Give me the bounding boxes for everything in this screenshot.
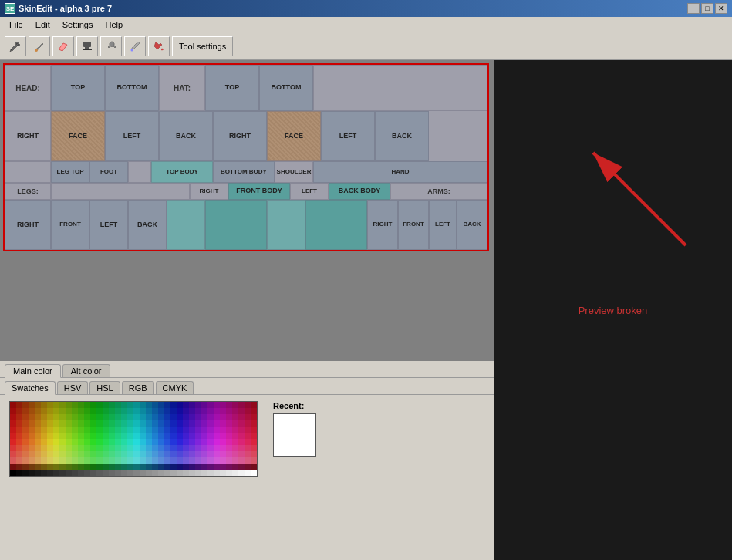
color-swatch[interactable] bbox=[183, 420, 189, 427]
color-swatch[interactable] bbox=[84, 408, 90, 414]
color-swatch[interactable] bbox=[103, 451, 109, 457]
color-swatch[interactable] bbox=[177, 445, 183, 451]
recent-swatch[interactable] bbox=[282, 440, 290, 447]
color-swatch[interactable] bbox=[90, 457, 96, 464]
color-swatch[interactable] bbox=[214, 402, 220, 408]
color-swatch[interactable] bbox=[109, 402, 115, 408]
color-swatch[interactable] bbox=[10, 457, 16, 464]
color-swatch[interactable] bbox=[127, 433, 133, 439]
color-swatch[interactable] bbox=[47, 427, 53, 433]
color-swatch[interactable] bbox=[16, 470, 22, 476]
color-swatch[interactable] bbox=[140, 414, 146, 420]
color-swatch[interactable] bbox=[164, 464, 170, 470]
color-swatch[interactable] bbox=[195, 470, 201, 476]
color-swatch[interactable] bbox=[109, 414, 115, 420]
color-swatch[interactable] bbox=[152, 451, 158, 457]
color-swatch[interactable] bbox=[207, 451, 214, 457]
maximize-button[interactable]: □ bbox=[701, 3, 713, 14]
color-swatch[interactable] bbox=[232, 402, 238, 408]
color-swatch[interactable] bbox=[158, 445, 164, 451]
legs-back-cell[interactable]: BACK bbox=[128, 200, 167, 250]
color-swatch[interactable] bbox=[232, 451, 238, 457]
color-swatch[interactable] bbox=[189, 439, 195, 445]
color-swatch[interactable] bbox=[53, 408, 59, 414]
color-swatch[interactable] bbox=[232, 427, 238, 433]
color-swatch[interactable] bbox=[66, 445, 72, 451]
color-swatch[interactable] bbox=[170, 470, 177, 476]
color-swatch[interactable] bbox=[53, 420, 59, 427]
main-color-tab[interactable]: Main color bbox=[5, 364, 61, 378]
color-swatch[interactable] bbox=[220, 451, 226, 457]
color-swatch[interactable] bbox=[146, 420, 152, 427]
color-swatch[interactable] bbox=[226, 464, 232, 470]
color-swatch[interactable] bbox=[133, 408, 140, 414]
color-swatch[interactable] bbox=[29, 427, 35, 433]
recent-swatch[interactable] bbox=[274, 448, 282, 456]
color-swatch[interactable] bbox=[22, 445, 29, 451]
color-swatch[interactable] bbox=[16, 439, 22, 445]
color-swatch[interactable] bbox=[226, 439, 232, 445]
color-swatch[interactable] bbox=[245, 445, 251, 451]
recent-swatch[interactable] bbox=[274, 431, 282, 439]
top-body-cell[interactable]: Top Body bbox=[151, 161, 213, 183]
color-swatch[interactable] bbox=[133, 464, 140, 470]
color-swatch[interactable] bbox=[84, 445, 90, 451]
color-swatch[interactable] bbox=[245, 433, 251, 439]
color-swatch[interactable] bbox=[90, 433, 96, 439]
color-swatch[interactable] bbox=[195, 457, 201, 464]
color-swatch[interactable] bbox=[47, 408, 53, 414]
foot-cell[interactable]: Foot bbox=[89, 161, 128, 183]
color-swatch[interactable] bbox=[220, 402, 226, 408]
color-swatch[interactable] bbox=[232, 457, 238, 464]
color-swatch[interactable] bbox=[96, 433, 103, 439]
head-left-cell[interactable]: LEFT bbox=[105, 111, 159, 161]
color-swatch[interactable] bbox=[238, 420, 245, 427]
color-swatch[interactable] bbox=[72, 445, 78, 451]
recent-swatch[interactable] bbox=[274, 423, 282, 430]
recent-swatch[interactable] bbox=[299, 440, 307, 447]
color-swatch[interactable] bbox=[207, 414, 214, 420]
color-swatch[interactable] bbox=[35, 464, 41, 470]
color-swatch[interactable] bbox=[103, 457, 109, 464]
color-swatch[interactable] bbox=[115, 464, 121, 470]
color-swatch[interactable] bbox=[84, 464, 90, 470]
color-swatch[interactable] bbox=[251, 451, 257, 457]
color-swatch[interactable] bbox=[164, 445, 170, 451]
color-swatch[interactable] bbox=[133, 402, 140, 408]
color-swatch[interactable] bbox=[177, 464, 183, 470]
color-swatch[interactable] bbox=[78, 433, 84, 439]
color-swatch[interactable] bbox=[170, 408, 177, 414]
color-swatch[interactable] bbox=[133, 439, 140, 445]
color-swatch[interactable] bbox=[146, 470, 152, 476]
color-swatch[interactable] bbox=[251, 439, 257, 445]
color-swatch[interactable] bbox=[66, 427, 72, 433]
color-swatch[interactable] bbox=[53, 451, 59, 457]
color-swatch[interactable] bbox=[59, 445, 66, 451]
color-swatch[interactable] bbox=[72, 433, 78, 439]
color-swatch[interactable] bbox=[158, 408, 164, 414]
color-swatch[interactable] bbox=[53, 445, 59, 451]
color-swatch[interactable] bbox=[195, 445, 201, 451]
color-swatch[interactable] bbox=[195, 464, 201, 470]
fill-tool-button[interactable] bbox=[148, 36, 170, 56]
color-swatch[interactable] bbox=[152, 439, 158, 445]
color-swatch[interactable] bbox=[115, 420, 121, 427]
color-swatch[interactable] bbox=[78, 408, 84, 414]
head-face-cell[interactable]: FACE bbox=[51, 111, 105, 161]
color-swatch[interactable] bbox=[109, 464, 115, 470]
color-swatch[interactable] bbox=[84, 414, 90, 420]
color-swatch[interactable] bbox=[90, 445, 96, 451]
head-bottom-cell[interactable]: BOTTOM bbox=[105, 65, 159, 111]
color-swatch[interactable] bbox=[66, 470, 72, 476]
color-swatch[interactable] bbox=[66, 433, 72, 439]
color-swatch[interactable] bbox=[84, 457, 90, 464]
color-swatch[interactable] bbox=[84, 451, 90, 457]
color-swatch[interactable] bbox=[10, 433, 16, 439]
color-swatch[interactable] bbox=[214, 408, 220, 414]
color-swatch[interactable] bbox=[189, 402, 195, 408]
color-swatch[interactable] bbox=[226, 427, 232, 433]
color-swatch[interactable] bbox=[115, 451, 121, 457]
color-grid[interactable] bbox=[9, 401, 258, 477]
color-swatch[interactable] bbox=[35, 427, 41, 433]
color-swatch[interactable] bbox=[90, 439, 96, 445]
